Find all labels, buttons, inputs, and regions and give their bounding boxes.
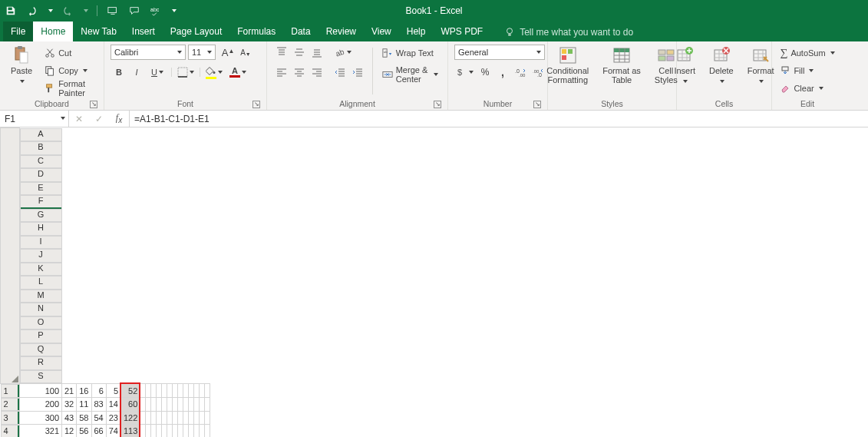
tab-formulas[interactable]: Formulas [229, 22, 283, 41]
cell-O2[interactable] [183, 398, 189, 412]
percent-button[interactable]: % [477, 65, 493, 80]
cell-K4[interactable] [162, 425, 167, 438]
cell-R2[interactable] [200, 398, 205, 412]
cell-B3[interactable]: 43 [62, 411, 77, 425]
cell-J4[interactable] [157, 425, 162, 438]
column-header-P[interactable]: P [20, 329, 62, 343]
cell-A2[interactable]: 200 [19, 398, 62, 412]
cell-L2[interactable] [167, 398, 173, 412]
cell-F4[interactable]: 113 [121, 425, 140, 438]
cell-H2[interactable] [146, 398, 151, 412]
cell-M2[interactable] [173, 398, 178, 412]
tab-review[interactable]: Review [318, 22, 364, 41]
insert-function-button[interactable]: fx [109, 112, 129, 124]
cell-G2[interactable] [140, 398, 146, 412]
cell-A1[interactable]: 100 [19, 384, 62, 398]
accounting-format-button[interactable]: $ [454, 65, 476, 80]
undo-dropdown[interactable] [48, 5, 52, 17]
comma-style-button[interactable]: , [494, 65, 511, 80]
cell-R4[interactable] [200, 425, 205, 438]
cell-E2[interactable]: 14 [106, 398, 120, 412]
column-header-A[interactable]: A [20, 128, 62, 142]
column-header-R[interactable]: R [20, 356, 62, 370]
cell-N4[interactable] [178, 425, 183, 438]
cell-L3[interactable] [167, 411, 173, 425]
cell-D4[interactable]: 66 [91, 425, 106, 438]
fill-button[interactable]: Fill [777, 62, 837, 79]
column-header-K[interactable]: K [20, 263, 62, 276]
align-left-button[interactable] [273, 65, 290, 80]
cell-C4[interactable]: 56 [77, 425, 91, 438]
align-middle-button[interactable] [291, 45, 308, 60]
tab-insert[interactable]: Insert [124, 22, 163, 41]
row-header-3[interactable]: 3 [1, 411, 19, 425]
enter-formula-button[interactable]: ✓ [89, 114, 109, 124]
row-header-1[interactable]: 1 [1, 384, 19, 398]
cell-S1[interactable] [205, 384, 210, 398]
font-name-combo[interactable]: Calibri [111, 45, 186, 60]
qat-screen-icon[interactable] [107, 5, 119, 17]
align-right-button[interactable] [309, 65, 325, 80]
cell-I3[interactable] [151, 411, 157, 425]
decrease-indent-button[interactable] [332, 65, 348, 80]
cell-M4[interactable] [173, 425, 178, 438]
cell-D2[interactable]: 83 [91, 398, 106, 412]
increase-font-button[interactable]: A▲ [219, 45, 236, 60]
cell-E1[interactable]: 5 [106, 384, 120, 398]
column-header-H[interactable]: H [20, 222, 62, 236]
cell-N1[interactable] [178, 384, 183, 398]
column-header-S[interactable]: S [20, 370, 62, 384]
cell-H3[interactable] [146, 411, 151, 425]
cell-Q2[interactable] [194, 398, 200, 412]
column-header-D[interactable]: D [20, 168, 62, 182]
redo-icon[interactable] [61, 5, 74, 17]
qat-chat-icon[interactable] [128, 5, 140, 17]
increase-indent-button[interactable] [349, 65, 366, 80]
formula-input[interactable]: =A1-B1-C1-D1-E1 [130, 111, 868, 127]
cell-E4[interactable]: 74 [106, 425, 120, 438]
cell-J2[interactable] [157, 398, 162, 412]
cell-F2[interactable]: 60 [121, 398, 140, 412]
cell-O1[interactable] [183, 384, 189, 398]
cell-S4[interactable] [205, 425, 210, 438]
cut-button[interactable]: Cut [41, 45, 97, 61]
column-header-I[interactable]: I [20, 236, 62, 250]
fill-color-button[interactable] [203, 65, 226, 80]
cell-C2[interactable]: 11 [77, 398, 91, 412]
cell-Q4[interactable] [194, 425, 200, 438]
cancel-formula-button[interactable]: ✕ [69, 114, 89, 124]
cell-C3[interactable]: 58 [77, 411, 91, 425]
align-top-button[interactable] [273, 45, 290, 60]
cell-P3[interactable] [189, 411, 194, 425]
merge-center-button[interactable]: Merge & Center [379, 66, 441, 83]
column-header-E[interactable]: E [20, 182, 62, 196]
cell-L4[interactable] [167, 425, 173, 438]
cell-A3[interactable]: 300 [19, 411, 62, 425]
save-icon[interactable] [5, 5, 17, 17]
cell-P2[interactable] [189, 398, 194, 412]
italic-button[interactable]: I [128, 65, 145, 80]
column-header-L[interactable]: L [20, 276, 62, 290]
align-bottom-button[interactable] [309, 45, 325, 60]
cell-G1[interactable] [140, 384, 146, 398]
tell-me-search[interactable]: Tell me what you want to do [503, 23, 635, 41]
underline-button[interactable]: U [146, 65, 169, 80]
column-header-N[interactable]: N [20, 303, 62, 316]
cell-G3[interactable] [140, 411, 146, 425]
cell-A4[interactable]: 321 [19, 425, 62, 438]
tab-view[interactable]: View [364, 22, 399, 41]
cell-I2[interactable] [151, 398, 157, 412]
qat-spellcheck-icon[interactable]: abc [150, 5, 162, 17]
format-painter-button[interactable]: Format Painter [41, 80, 97, 97]
conditional-formatting-button[interactable]: Conditional Formatting [542, 45, 593, 86]
clear-button[interactable]: Clear [777, 80, 837, 97]
cell-B4[interactable]: 12 [62, 425, 77, 438]
insert-cells-button[interactable]: Insert [669, 45, 700, 86]
column-header-Q[interactable]: Q [20, 343, 62, 357]
cell-L1[interactable] [167, 384, 173, 398]
column-header-F[interactable]: F [20, 195, 62, 209]
cell-C1[interactable]: 16 [77, 384, 91, 398]
cell-K1[interactable] [162, 384, 167, 398]
tab-file[interactable]: File [3, 22, 33, 41]
number-format-combo[interactable]: General [454, 45, 545, 60]
